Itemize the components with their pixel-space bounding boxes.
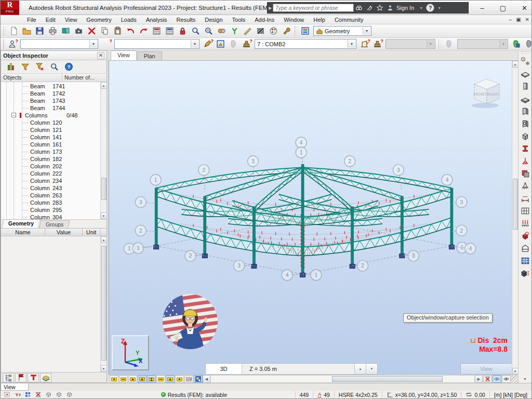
- print-preview-button[interactable]: [59, 25, 72, 37]
- toolbar-overflow-icon[interactable]: ▼: [523, 377, 527, 383]
- menu-item-help[interactable]: Help: [309, 15, 330, 24]
- local-axes-toggle[interactable]: [156, 375, 165, 383]
- story-select-button[interactable]: ?: [523, 38, 532, 50]
- select-mode-button[interactable]: [12, 391, 22, 398]
- menu-item-view[interactable]: View: [60, 15, 82, 24]
- objects-column-header[interactable]: Objects: [1, 74, 62, 82]
- clear-selection-button[interactable]: [33, 391, 43, 398]
- offset-button[interactable]: [519, 167, 531, 180]
- sections-toggle[interactable]: [147, 375, 156, 383]
- panels-toggle[interactable]: [166, 375, 175, 383]
- structure-model-button[interactable]: [519, 242, 531, 255]
- search-input[interactable]: [273, 4, 354, 12]
- scroll-down-icon[interactable]: ▼: [101, 212, 107, 219]
- mdi-close-button[interactable]: ✕: [525, 17, 529, 22]
- tree-item[interactable]: Beam1742: [1, 90, 100, 97]
- calculator-button[interactable]: [150, 25, 163, 37]
- grid-blocks-button[interactable]: [23, 391, 33, 398]
- scroll-right-button[interactable]: ▶: [475, 375, 483, 383]
- document-tab-view[interactable]: View: [1, 383, 29, 391]
- bar-numbers-toggle[interactable]: [119, 375, 128, 383]
- scroll-up-icon[interactable]: ▲: [101, 236, 107, 243]
- inactive-filter-button[interactable]: [227, 38, 240, 50]
- search-expand-icon[interactable]: ▶: [268, 6, 273, 10]
- inspector-tree-button[interactable]: [3, 373, 14, 382]
- view-cube-right-label[interactable]: RIGHT: [487, 92, 499, 96]
- delete-button[interactable]: [85, 25, 98, 37]
- layout-selector-combo[interactable]: Geometry ▼: [313, 26, 371, 36]
- menu-item-analysis[interactable]: Analysis: [141, 15, 172, 24]
- viewport-hscrollbar[interactable]: [210, 375, 475, 383]
- panel-button[interactable]: [519, 105, 531, 117]
- menu-item-results[interactable]: Results: [172, 15, 201, 24]
- close-button[interactable]: ✕: [522, 4, 527, 12]
- view-list-button[interactable]: View: [460, 363, 512, 375]
- toolbar-grip[interactable]: [295, 26, 297, 36]
- viewport-vscrollbar[interactable]: ▲ ▼: [512, 61, 518, 375]
- mode-selection-button[interactable]: ?: [371, 38, 384, 50]
- tables-button[interactable]: [519, 255, 531, 267]
- tree-item[interactable]: Column222: [1, 170, 100, 177]
- tab-groups[interactable]: Groups: [39, 220, 70, 228]
- volume-button[interactable]: [519, 130, 531, 142]
- display-options-button[interactable]: [194, 375, 203, 383]
- scroll-left-icon[interactable]: ◀: [203, 375, 210, 383]
- panel-close-icon[interactable]: ✕: [97, 52, 104, 59]
- view-mode-3d-button[interactable]: 3D: [206, 364, 242, 374]
- tab-view[interactable]: View: [111, 50, 137, 60]
- tree-item[interactable]: Beam1743: [1, 97, 100, 104]
- story-filter-button[interactable]: [443, 38, 456, 50]
- search-button[interactable]: [48, 61, 60, 73]
- node-selection-button[interactable]: ?: [6, 38, 19, 50]
- scroll-down-icon[interactable]: ▼: [101, 365, 107, 372]
- freeze-results-button[interactable]: [176, 25, 189, 37]
- tree-item[interactable]: Column161: [1, 141, 100, 148]
- support-button[interactable]: [519, 155, 531, 167]
- zoom-button[interactable]: [189, 25, 202, 37]
- preferences-button[interactable]: [280, 25, 293, 37]
- combo-dropdown-icon[interactable]: ▼: [427, 40, 434, 48]
- subscription-icon[interactable]: [364, 3, 375, 12]
- screen-capture-button[interactable]: [72, 25, 85, 37]
- scroll-down-icon[interactable]: ▼: [512, 368, 518, 375]
- tree-item[interactable]: Column141: [1, 134, 100, 141]
- view-cube-front-label[interactable]: FRONT: [474, 92, 487, 96]
- minimize-button[interactable]: –: [481, 4, 484, 12]
- number-column-header[interactable]: Number of...: [62, 74, 107, 82]
- filter-off-button[interactable]: [33, 61, 46, 73]
- tree-item[interactable]: Column263: [1, 192, 100, 199]
- menu-item-addins[interactable]: Add-Ins: [250, 15, 279, 24]
- scroll-up-icon[interactable]: ▲: [512, 61, 518, 68]
- tree-item[interactable]: Column243: [1, 184, 100, 192]
- search-icon[interactable]: [354, 3, 364, 12]
- tree-item[interactable]: Beam1744: [1, 104, 100, 112]
- value-column-header[interactable]: Value: [45, 229, 83, 236]
- inspector-flag-button[interactable]: [15, 373, 26, 382]
- wall-button[interactable]: [519, 80, 531, 92]
- tree-scrollbar[interactable]: ▲ ▼: [100, 82, 107, 219]
- tree-expander-icon[interactable]: –: [11, 113, 16, 117]
- favorites-star-icon[interactable]: [375, 3, 385, 12]
- tree-item[interactable]: Column120: [1, 119, 100, 126]
- opening-button[interactable]: [519, 117, 531, 130]
- view-3d-button[interactable]: [44, 391, 54, 398]
- menu-item-community[interactable]: Community: [330, 15, 368, 24]
- tab-geometry[interactable]: Geometry: [2, 219, 41, 228]
- print-button[interactable]: [46, 25, 59, 37]
- menu-item-design[interactable]: Design: [200, 15, 227, 24]
- grid-button[interactable]: [519, 205, 531, 217]
- scroll-thumb[interactable]: [332, 376, 443, 382]
- toolbar-grip[interactable]: [521, 51, 529, 54]
- results-status[interactable]: Results (FEM): available: [157, 391, 231, 398]
- scroll-thumb[interactable]: [513, 179, 518, 230]
- mdi-restore-button[interactable]: ▣: [516, 17, 521, 22]
- supports-toggle[interactable]: [138, 375, 147, 383]
- scroll-thumb[interactable]: [101, 178, 107, 200]
- tab-plan[interactable]: Plan: [137, 51, 162, 60]
- story-combo[interactable]: ▼: [457, 39, 508, 49]
- tree-item[interactable]: Column202: [1, 163, 100, 170]
- menu-item-tools[interactable]: Tools: [228, 15, 250, 24]
- view-3d-3-button[interactable]: [64, 391, 74, 398]
- load-case-combo[interactable]: 7 : COMB2▼: [255, 39, 356, 49]
- combo-dropdown-icon[interactable]: ▼: [499, 40, 507, 48]
